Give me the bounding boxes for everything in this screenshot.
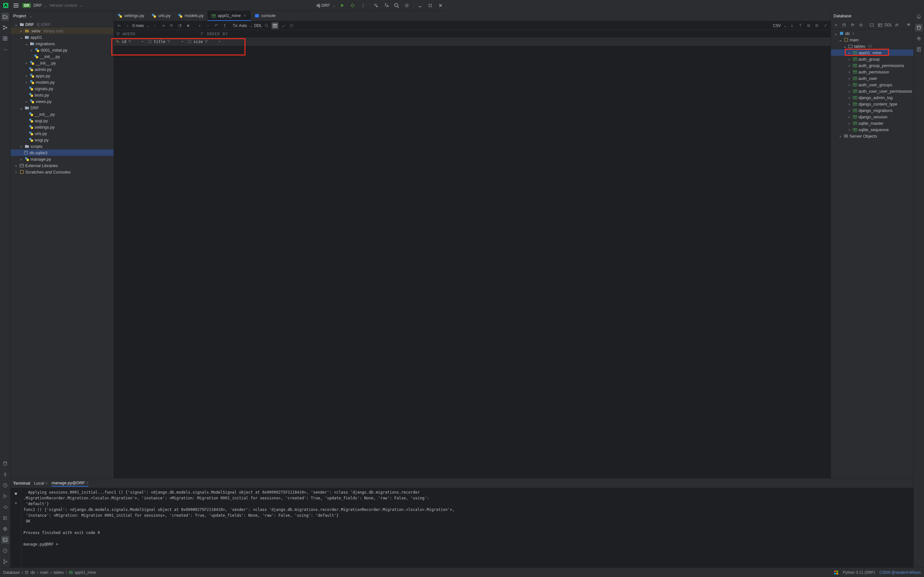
project-tree[interactable]: ⌄DRF E:\DRF ›.venv library root ⌄app01 ⌄…	[11, 21, 114, 279]
more-tools-icon[interactable]: ⋯	[1, 45, 9, 53]
tree-file[interactable]: ›models.py	[11, 79, 114, 85]
tree-file[interactable]: asgi.py	[11, 118, 114, 124]
revert-icon[interactable]: ↶	[213, 22, 220, 29]
tab-console[interactable]: console	[251, 11, 279, 21]
project-tool-icon[interactable]	[1, 13, 9, 21]
tree-file[interactable]: __init__.py	[11, 53, 114, 60]
add-row-icon[interactable]: ＋	[196, 22, 203, 29]
tree-file[interactable]: urls.py	[11, 130, 114, 137]
tree-db-file[interactable]: db.sqlite3	[11, 150, 114, 156]
editor-area: settings.py urls.py models.py app01_mine…	[114, 11, 446, 279]
bookmarks-tool-icon[interactable]	[1, 35, 9, 42]
svg-point-2	[374, 4, 376, 6]
translate-icon[interactable]	[382, 2, 390, 9]
more-icon[interactable]: ⋮	[359, 2, 367, 9]
first-page-icon[interactable]: ⇤	[116, 22, 123, 29]
tree-file[interactable]: ›0001_initial.py	[11, 47, 114, 53]
tab-urls[interactable]: urls.py	[148, 11, 174, 21]
tree-ext-libs[interactable]: ›External Libraries	[11, 162, 114, 169]
commit-icon[interactable]: ↥	[221, 22, 228, 29]
column-icon	[188, 40, 192, 44]
next-page-icon[interactable]: ›	[151, 22, 158, 29]
svg-rect-41	[148, 40, 151, 43]
tab-app01-mine[interactable]: app01_mine×	[208, 11, 251, 21]
tree-drf-pkg[interactable]: ⌄DRF	[11, 105, 114, 111]
tx-mode[interactable]: Tx: Auto	[232, 23, 247, 28]
filter-icon	[116, 32, 120, 36]
minimize-icon[interactable]	[416, 2, 424, 9]
svg-point-33	[24, 151, 27, 152]
run-config[interactable]: dj DRF ⌄	[316, 3, 336, 8]
svg-rect-9	[6, 27, 7, 28]
project-name[interactable]: DRF⌄	[33, 3, 47, 8]
svg-rect-34	[20, 164, 24, 167]
data-grid-body[interactable]	[114, 45, 446, 279]
filter-icon[interactable]	[128, 40, 131, 43]
project-panel: Project⌄ ⌄DRF E:\DRF ›.venv library root…	[11, 11, 114, 279]
svg-rect-11	[5, 37, 7, 38]
sort-icon	[200, 32, 204, 36]
svg-point-38	[265, 24, 268, 27]
col-title[interactable]: title ÷	[146, 38, 186, 45]
data-toolbar: ⇤ ‹ 0 rows⌄ › ⇥ ⟳ ◔ ■ ＋ － ↶ ↥ Tx: Auto⌄ …	[114, 21, 446, 30]
ddl-button[interactable]: DDL	[254, 23, 262, 28]
project-panel-header[interactable]: Project⌄	[11, 11, 114, 21]
tree-file[interactable]: __init__.py	[11, 111, 114, 118]
run-icon[interactable]	[339, 2, 346, 9]
prev-page-icon[interactable]: ‹	[124, 22, 131, 29]
tab-settings[interactable]: settings.py	[114, 11, 148, 21]
svg-point-31	[32, 44, 34, 45]
code-with-me-icon[interactable]	[372, 2, 380, 9]
structure-tool-icon[interactable]	[1, 24, 9, 31]
delete-row-icon[interactable]: －	[204, 22, 211, 29]
vcs-widget[interactable]: Version control ⌄	[49, 3, 83, 8]
tree-venv[interactable]: ›.venv library root	[11, 27, 114, 34]
svg-rect-36	[212, 15, 216, 17]
close-icon[interactable]: ×	[243, 13, 247, 18]
tree-file[interactable]: ›manage.py	[11, 156, 114, 162]
table-view-icon[interactable]	[271, 22, 279, 29]
tree-scratches[interactable]: ›Scratches and Consoles	[11, 169, 114, 175]
svg-rect-7	[3, 26, 5, 27]
tab-models[interactable]: models.py	[174, 11, 207, 21]
left-tool-strip: ⋯	[0, 11, 11, 279]
debug-icon[interactable]	[349, 2, 356, 9]
settings-icon[interactable]	[403, 2, 411, 9]
col-size[interactable]: size ÷	[186, 38, 223, 45]
text-view-icon[interactable]	[288, 22, 295, 29]
svg-rect-8	[3, 28, 5, 29]
tree-file[interactable]: ›__init__.py	[11, 60, 114, 66]
filter-icon[interactable]	[167, 40, 170, 43]
stopwatch-icon[interactable]: ◔	[176, 22, 183, 29]
tree-file[interactable]: admin.py	[11, 66, 114, 73]
tree-migrations[interactable]: ⌄migrations	[11, 40, 114, 47]
last-page-icon[interactable]: ⇥	[160, 22, 166, 29]
row-count[interactable]: 0 rows	[132, 23, 144, 28]
key-icon	[116, 40, 120, 44]
tree-app01[interactable]: ⌄app01	[11, 34, 114, 40]
tree-root[interactable]: ⌄DRF E:\DRF	[11, 21, 114, 27]
project-badge[interactable]: DR	[23, 3, 31, 8]
svg-rect-35	[20, 170, 23, 174]
tree-file[interactable]: settings.py	[11, 124, 114, 130]
close-window-icon[interactable]	[437, 2, 444, 9]
tree-file[interactable]: ›apps.py	[11, 73, 114, 79]
find-icon[interactable]	[263, 22, 270, 29]
tree-file[interactable]: signals.py	[11, 85, 114, 92]
svg-point-30	[27, 37, 29, 39]
stop-icon[interactable]: ■	[184, 22, 192, 29]
tree-scripts[interactable]: ›scripts	[11, 143, 114, 150]
data-filter-bar[interactable]: WHERE ORDER BY	[114, 30, 446, 38]
filter-icon[interactable]	[205, 40, 208, 43]
main-menu-icon[interactable]	[12, 2, 20, 9]
tree-file[interactable]: tests.py	[11, 92, 114, 98]
chart-view-icon[interactable]	[280, 22, 287, 29]
svg-rect-6	[429, 4, 432, 7]
col-id[interactable]: id ÷	[114, 38, 146, 45]
tree-file[interactable]: wsgi.py	[11, 137, 114, 143]
search-icon[interactable]	[393, 2, 400, 9]
maximize-icon[interactable]	[426, 2, 434, 9]
reload-icon[interactable]: ⟳	[168, 22, 175, 29]
svg-point-3	[376, 6, 377, 7]
tree-file[interactable]: ›views.py	[11, 98, 114, 105]
